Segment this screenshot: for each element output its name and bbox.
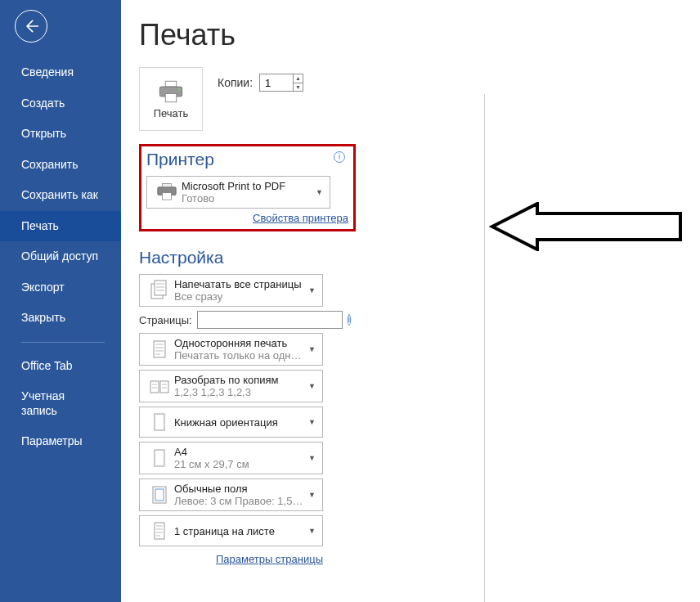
backstage-sidebar: Сведения Создать Открыть Сохранить Сохра… <box>0 0 121 602</box>
spinner-down-icon[interactable]: ▼ <box>293 83 303 92</box>
svg-rect-9 <box>154 341 165 357</box>
paper-size-dropdown[interactable]: A4 21 см x 29,7 см ▼ <box>139 442 323 474</box>
margins-icon <box>145 483 174 506</box>
printer-icon <box>157 79 185 104</box>
collate-dropdown[interactable]: Разобрать по копиям 1,2,3 1,2,3 1,2,3 ▼ <box>139 370 323 402</box>
chevron-down-icon: ▼ <box>307 345 317 353</box>
print-button-label: Печать <box>154 107 189 119</box>
sidebar-item-new[interactable]: Создать <box>0 88 121 119</box>
main-panel: Печать Печать Копии: ▲▼ Принтер <box>121 0 700 602</box>
page-title: Печать <box>139 18 682 52</box>
sidebar-item-officetab[interactable]: Office Tab <box>0 351 121 382</box>
margins-label: Обычные поля <box>174 483 307 495</box>
sidebar-item-share[interactable]: Общий доступ <box>0 241 121 272</box>
chevron-down-icon: ▼ <box>314 188 325 196</box>
sidebar-item-saveas[interactable]: Сохранить как <box>0 180 121 211</box>
sidebar-item-account[interactable]: Учетная запись <box>0 381 121 426</box>
page-size-icon <box>145 447 174 469</box>
printer-highlight-box: Принтер i Microsoft Print to PDF Готово … <box>139 144 356 231</box>
page-settings-link[interactable]: Параметры страницы <box>139 553 323 565</box>
printer-info-icon[interactable]: i <box>334 151 345 163</box>
chevron-down-icon: ▼ <box>307 382 317 390</box>
back-button[interactable] <box>15 10 47 43</box>
printer-status: Готово <box>182 192 314 204</box>
paper-size-sub: 21 см x 29,7 см <box>174 458 307 470</box>
svg-point-3 <box>178 88 181 91</box>
collate-icon <box>145 375 174 398</box>
pages-per-sheet-label: 1 страница на листе <box>174 525 307 537</box>
sidebar-item-export[interactable]: Экспорт <box>0 272 121 303</box>
portrait-icon <box>145 411 174 434</box>
print-range-label: Напечатать все страницы <box>174 278 307 290</box>
sides-dropdown[interactable]: Односторонняя печать Печатать только на … <box>139 333 323 366</box>
margins-dropdown[interactable]: Обычные поля Левое: 3 см Правое: 1,5… ▼ <box>139 478 323 511</box>
chevron-down-icon: ▼ <box>307 491 317 499</box>
svg-rect-2 <box>165 93 177 101</box>
sidebar-item-open[interactable]: Открыть <box>0 119 121 150</box>
print-range-sub: Все сразу <box>174 290 307 303</box>
one-page-per-sheet-icon <box>145 519 174 542</box>
printer-name: Microsoft Print to PDF <box>182 180 314 192</box>
print-button[interactable]: Печать <box>139 67 203 131</box>
sidebar-item-options[interactable]: Параметры <box>0 426 121 457</box>
print-range-dropdown[interactable]: Напечатать все страницы Все сразу ▼ <box>139 274 323 307</box>
sidebar-item-print[interactable]: Печать <box>0 211 121 242</box>
svg-rect-5 <box>162 184 171 187</box>
printer-device-icon <box>152 183 182 201</box>
one-side-icon <box>145 338 174 361</box>
sidebar-item-save[interactable]: Сохранить <box>0 150 121 181</box>
spinner-up-icon[interactable]: ▲ <box>293 74 303 83</box>
sidebar-item-info[interactable]: Сведения <box>0 57 121 88</box>
sides-label: Односторонняя печать <box>174 337 307 349</box>
svg-rect-11 <box>160 381 168 393</box>
svg-rect-16 <box>155 523 164 539</box>
svg-rect-0 <box>165 81 177 87</box>
orientation-label: Книжная ориентация <box>174 416 307 429</box>
svg-rect-8 <box>155 281 166 295</box>
collate-label: Разобрать по копиям <box>174 374 307 386</box>
chevron-down-icon: ▼ <box>307 286 317 294</box>
sides-sub: Печатать только на одной… <box>174 349 307 362</box>
chevron-down-icon: ▼ <box>307 454 317 462</box>
chevron-down-icon: ▼ <box>307 527 317 535</box>
svg-rect-6 <box>162 193 171 200</box>
copies-label: Копии: <box>218 76 253 89</box>
svg-rect-13 <box>155 450 164 466</box>
svg-rect-12 <box>155 414 164 430</box>
sidebar-item-close[interactable]: Закрыть <box>0 303 121 334</box>
pages-input[interactable] <box>197 311 343 329</box>
pages-info-icon[interactable]: i <box>348 314 351 326</box>
pages-all-icon <box>145 279 174 302</box>
pages-label: Страницы: <box>139 314 192 326</box>
orientation-dropdown[interactable]: Книжная ориентация ▼ <box>139 407 323 438</box>
collate-sub: 1,2,3 1,2,3 1,2,3 <box>174 386 307 398</box>
back-arrow-icon <box>23 18 39 34</box>
callout-arrow-icon <box>488 202 684 251</box>
sidebar-separator <box>21 342 105 343</box>
chevron-down-icon: ▼ <box>307 418 317 426</box>
paper-size-label: A4 <box>174 446 307 458</box>
printer-dropdown[interactable]: Microsoft Print to PDF Готово ▼ <box>146 176 330 209</box>
margins-sub: Левое: 3 см Правое: 1,5… <box>174 495 307 507</box>
svg-rect-10 <box>150 381 159 393</box>
printer-section-title: Принтер <box>146 150 348 169</box>
pages-per-sheet-dropdown[interactable]: 1 страница на листе ▼ <box>139 515 323 546</box>
printer-properties-link[interactable]: Свойства принтера <box>146 212 348 224</box>
vertical-divider <box>484 94 485 602</box>
copies-spinner[interactable]: ▲▼ <box>259 74 303 92</box>
